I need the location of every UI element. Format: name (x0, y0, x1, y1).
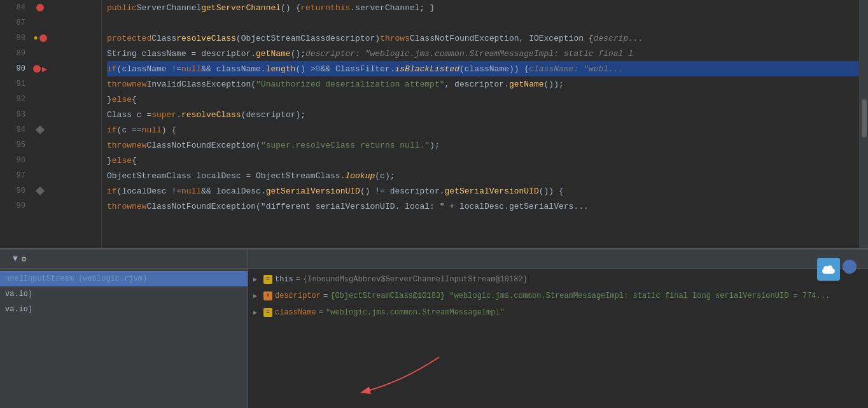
line-number: 89 (0, 49, 31, 58)
gutter-row: 89 (0, 46, 101, 61)
var-equals: = (296, 275, 300, 284)
code-token: () { (281, 3, 300, 13)
code-token: if (107, 64, 117, 74)
code-token: ()) { (539, 186, 564, 196)
breakpoint-icon[interactable] (39, 34, 47, 42)
code-token: descriptor (325, 34, 375, 43)
line-number: 95 (0, 141, 31, 150)
code-token: ); (430, 141, 440, 150)
code-token: throws (380, 34, 410, 43)
line-number: 92 (0, 95, 31, 104)
frame-item[interactable]: nnelInputStream (weblogic.rjvm) (0, 271, 248, 286)
line-gutter: 848788●8990▶919293949596979899 (0, 0, 102, 248)
code-token: ) (375, 34, 380, 43)
code-line: ObjectStreamClass localDesc = ObjectStre… (107, 168, 859, 183)
code-token: && ClassFilter. (321, 64, 395, 74)
code-token: (localDesc != (117, 186, 181, 196)
var-type-icon: = (263, 308, 272, 317)
code-token: "super.resolveClass returns null." (261, 141, 430, 150)
sort-icon[interactable]: ⚙ (22, 254, 27, 264)
variable-item[interactable]: ▶=this = {InboundMsgAbbrev$ServerChannel… (248, 271, 868, 288)
code-token: InvalidClassException (146, 80, 251, 89)
code-token: return (300, 3, 330, 13)
code-token: (c); (375, 171, 395, 181)
frame-item[interactable]: va.io) (0, 286, 248, 302)
code-token: ClassNotFoundException, IOException { (410, 34, 594, 43)
exec-arrow-icon: ▶ (42, 64, 47, 74)
code-token: new (132, 80, 146, 89)
filter-icon[interactable]: ▼ (13, 254, 18, 264)
code-token: ObjectStreamClass localDesc = ObjectStre… (107, 171, 345, 181)
cloud-button[interactable] (817, 258, 840, 281)
gutter-row: 93 (0, 107, 101, 122)
editor-area: 848788●8990▶919293949596979899 public Se… (0, 0, 868, 248)
code-token: { (132, 156, 137, 165)
debug-diamond-icon (36, 125, 45, 134)
code-token: public (107, 3, 137, 13)
var-name: this (275, 275, 293, 284)
code-token: ClassNotFoundException (146, 141, 256, 150)
gutter-row: 92 (0, 92, 101, 107)
scrollbar[interactable] (859, 0, 868, 248)
code-token: { (132, 95, 137, 104)
code-line: Class c = super.resolveClass(descriptor)… (107, 107, 859, 122)
var-expand-icon[interactable]: ▶ (253, 292, 261, 300)
code-token: null (181, 186, 201, 196)
gutter-icon (31, 188, 50, 194)
variables-list: ▶=this = {InboundMsgAbbrev$ServerChannel… (248, 269, 868, 408)
code-token: descrip... (594, 34, 643, 43)
line-number: 91 (0, 80, 31, 88)
code-token: this (330, 3, 350, 13)
debug-diamond-icon (36, 186, 45, 195)
code-token: getName (509, 80, 544, 89)
code-token: ( (251, 80, 256, 89)
line-number: 97 (0, 171, 31, 180)
variable-item[interactable]: ▶!descriptor = {ObjectStreamClass@10183}… (248, 288, 868, 304)
code-token: .serverChannel; } (350, 3, 435, 13)
code-token: throw (107, 202, 132, 211)
code-token: getServerChannel (201, 3, 281, 13)
code-container: 848788●8990▶919293949596979899 public Se… (0, 0, 868, 248)
var-value: {ObjectStreamClass@10183} "weblogic.jms.… (330, 292, 830, 300)
code-token: lookup (345, 171, 375, 181)
gutter-icon (31, 127, 50, 133)
code-token: length (266, 64, 296, 74)
eval-bar[interactable] (248, 250, 868, 269)
var-expand-icon[interactable]: ▶ (253, 309, 261, 316)
code-token: new (132, 141, 146, 150)
variables-panel: ▶=this = {InboundMsgAbbrev$ServerChannel… (248, 250, 868, 408)
code-token: if (107, 125, 117, 135)
var-value: {InboundMsgAbbrev$ServerChannelInputStre… (303, 275, 528, 284)
code-token: && className. (201, 64, 265, 74)
code-token: && localDesc. (201, 186, 265, 196)
code-token: ServerChannel (137, 3, 201, 13)
scrollbar-thumb[interactable] (862, 99, 867, 137)
gutter-row: 87 (0, 15, 101, 31)
gutter-row: 96 (0, 153, 101, 168)
gutter-row: 98 (0, 183, 101, 199)
code-token: isBlackListed (395, 64, 459, 74)
breakpoint-icon[interactable] (36, 4, 44, 11)
bottom-content: ▼ ⚙ nnelInputStream (weblogic.rjvm)va.io… (0, 250, 868, 408)
bottom-panel: ▼ ⚙ nnelInputStream (weblogic.rjvm)va.io… (0, 248, 868, 408)
frames-panel: ▼ ⚙ nnelInputStream (weblogic.rjvm)va.io… (0, 250, 248, 408)
code-token: resolveClass (181, 110, 241, 120)
gutter-row: 90▶ (0, 61, 101, 76)
var-equals: = (319, 308, 323, 317)
code-line: if (className != null && className.lengt… (107, 61, 859, 76)
variable-item[interactable]: ▶=className = "weblogic.jms.common.Strea… (248, 304, 868, 321)
exec-breakpoint-icon[interactable] (33, 65, 41, 73)
code-token: null (181, 64, 201, 74)
var-type-icon: = (263, 275, 272, 284)
code-line: throw new ClassNotFoundException("super.… (107, 137, 859, 153)
notification-badge (843, 260, 857, 274)
var-expand-icon[interactable]: ▶ (253, 276, 261, 283)
code-token: getSerialVersionUID (266, 186, 360, 196)
line-number: 90 (0, 64, 31, 73)
code-token: else (112, 156, 132, 165)
code-token: , descriptor. (445, 80, 509, 89)
gutter-row: 99 (0, 199, 101, 214)
line-number: 98 (0, 186, 31, 195)
frame-item[interactable]: va.io) (0, 302, 248, 317)
code-token: getSerialVersionUID (445, 186, 539, 196)
